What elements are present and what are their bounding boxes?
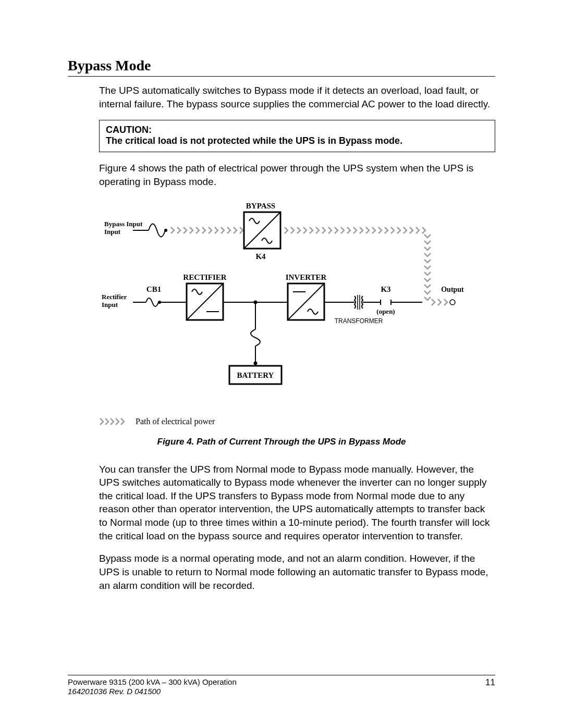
- intro-paragraph: The UPS automatically switches to Bypass…: [99, 84, 495, 110]
- legend-row: Path of electrical power: [99, 417, 495, 426]
- footer-docnum: 164201036 Rev. D 041500: [68, 687, 237, 697]
- caution-label: CAUTION:: [106, 125, 488, 135]
- page-footer: Powerware 9315 (200 kVA – 300 kVA) Opera…: [68, 675, 495, 697]
- cb1-label: CB1: [146, 285, 161, 293]
- bypass-box-label: BYPASS: [246, 202, 275, 210]
- svg-text:Input: Input: [102, 301, 118, 309]
- section-title: Bypass Mode: [68, 57, 495, 74]
- bypass-input-label: Bypass Input: [104, 220, 143, 228]
- alarm-paragraph: Bypass mode is a normal operating mode, …: [99, 552, 495, 592]
- transformer-icon: [354, 295, 363, 310]
- footer-product: Powerware 9315 (200 kVA – 300 kVA) Opera…: [68, 677, 237, 687]
- k4-label: K4: [255, 252, 266, 261]
- svg-point-24: [254, 361, 258, 365]
- transformer-label: TRANSFORMER: [335, 317, 383, 325]
- open-label: (open): [376, 307, 395, 315]
- footer-page-number: 11: [485, 677, 495, 697]
- legend-text: Path of electrical power: [136, 417, 215, 426]
- manual-page: Bypass Mode The UPS automatically switch…: [0, 0, 563, 728]
- bypass-path-chevrons-down: [424, 235, 431, 300]
- transfer-paragraph: You can transfer the UPS from Normal mod…: [99, 463, 495, 543]
- figure-caption: Figure 4. Path of Current Through the UP…: [68, 437, 495, 447]
- battery-label: BATTERY: [237, 371, 274, 379]
- title-rule: [68, 76, 495, 77]
- bypass-mode-diagram: Bypass Input Input BYPASS K4: [99, 199, 495, 410]
- legend-chevrons-icon: [99, 417, 130, 426]
- output-terminal-icon: [450, 300, 455, 305]
- rectifier-label: RECTIFIER: [183, 273, 227, 281]
- caution-box: CAUTION: The critical load is not protec…: [99, 120, 495, 152]
- inverter-label: INVERTER: [286, 273, 327, 281]
- bypass-path-chevrons-to-output: [432, 299, 447, 305]
- caution-text: The critical load is not protected while…: [106, 135, 488, 146]
- output-label: Output: [441, 286, 464, 293]
- bypass-path-chevrons-right: [285, 227, 425, 233]
- svg-point-2: [164, 229, 167, 232]
- svg-text:Input: Input: [104, 228, 121, 236]
- bypass-path-chevrons-left: [171, 227, 243, 233]
- svg-text:Rectifier: Rectifier: [102, 293, 127, 301]
- k3-label: K3: [381, 285, 390, 293]
- figure-intro-paragraph: Figure 4 shows the path of electrical po…: [99, 162, 495, 188]
